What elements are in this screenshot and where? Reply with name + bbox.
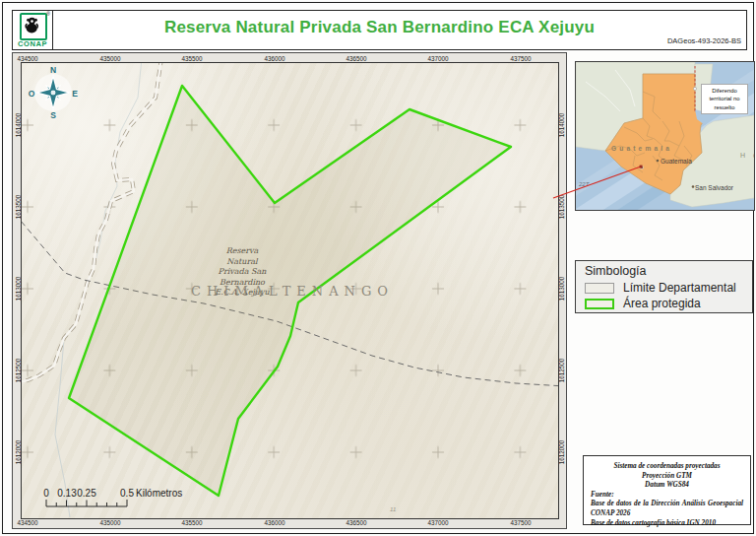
capital-label: Guatemala — [661, 158, 692, 165]
x-tick-bottom: 437500 — [501, 519, 540, 526]
legend-item-limite-departamental: Límite Departamental — [585, 281, 736, 295]
honduras-partial-label: H o — [740, 152, 754, 159]
legend-item-area-protegida: Área protegida — [585, 297, 701, 310]
x-tick-top: 435500 — [172, 55, 212, 62]
legend: Simbología Límite Departamental Área pro… — [575, 260, 753, 313]
reserve-location-dot — [640, 166, 643, 168]
conap-logo-icon: ® — [20, 13, 47, 40]
department-label: CHIMALTENANGO — [150, 284, 435, 299]
compass-north-label: N — [50, 65, 56, 75]
x-tick-top: 435000 — [91, 55, 130, 62]
border-marker — [693, 87, 696, 90]
x-tick-top: 437000 — [418, 55, 458, 62]
x-tick-top: 437500 — [501, 55, 540, 62]
fuente-label: Fuente: — [591, 491, 743, 501]
scalebar-tick-label: 0.25 — [77, 488, 95, 499]
area-label-line: Reserva — [183, 246, 301, 257]
x-tick-bottom: 437000 — [418, 519, 458, 526]
limite-departamental-swatch — [585, 283, 614, 294]
compass-west-label: O — [29, 89, 35, 99]
road-number-label: 11 — [390, 506, 396, 512]
x-tick-bottom: 434500 — [8, 519, 47, 526]
x-tick-bottom: 435500 — [172, 519, 212, 526]
x-tick-top: 436500 — [337, 55, 376, 62]
area-label-line: Natural — [183, 257, 301, 268]
compass-east-label: E — [72, 89, 78, 99]
y-tick-left: 1614000 — [14, 113, 21, 138]
projection-system-line: Sistema de coordenadas proyectadas — [591, 462, 743, 472]
area-protegida-swatch — [585, 299, 614, 309]
scalebar-unit-label: Kilómetros — [136, 488, 182, 499]
y-tick-left: 1613000 — [14, 277, 21, 302]
map-document-page: ® CONAP Reserva Natural Privada San Bern… — [0, 0, 756, 536]
territorial-note: Diferendo territorial no resuelto — [701, 84, 748, 114]
area-label-line: Privada San — [183, 267, 301, 278]
inset-map: Guatemala Guatemala San Salvador H o 22T… — [575, 61, 755, 211]
y-tick-left: 1612500 — [14, 359, 21, 383]
source-line-1: Base de datos de la Dirección Análisis G… — [591, 500, 743, 518]
monkey-glyph-icon — [23, 16, 41, 34]
scalebar-tick-label: 0.5 — [120, 488, 134, 499]
legend-item-label: Área protegida — [623, 297, 701, 310]
projection-line: Proyección GTM — [591, 472, 743, 482]
capital-dot — [657, 160, 660, 163]
conap-logo: ® CONAP — [13, 11, 53, 49]
datum-line: Datum WGS84 — [591, 481, 743, 491]
main-map: N E S O Reserva Natural Privada San Bern… — [21, 62, 559, 519]
credits-box: Sistema de coordenadas proyectadas Proye… — [583, 455, 751, 525]
compass-center — [50, 90, 56, 96]
x-tick-bottom: 436500 — [337, 519, 376, 526]
conap-logo-text: CONAP — [13, 39, 52, 48]
san-salvador-label: San Salvador — [695, 184, 734, 191]
scalebar-tick-label: 0 — [43, 488, 49, 499]
doc-code: DAGeos-493-2026-BS — [667, 36, 741, 45]
x-tick-top: 436000 — [255, 55, 294, 62]
country-label: Guatemala — [611, 145, 672, 152]
compass-south-label: S — [50, 110, 56, 120]
legend-title: Simbología — [585, 264, 647, 278]
y-tick-left: 1612000 — [14, 440, 21, 465]
map-frame: 434500 435000 435500 436000 436500 43700… — [12, 52, 567, 529]
header-bar: ® CONAP Reserva Natural Privada San Bern… — [12, 10, 747, 50]
x-tick-bottom: 436000 — [255, 519, 294, 526]
x-tick-top: 434500 — [8, 55, 47, 62]
y-tick-left: 1613500 — [14, 195, 21, 220]
source-line-2: Base de datos cartografía básica IGN 201… — [591, 519, 743, 529]
legend-item-label: Límite Departamental — [623, 281, 736, 295]
x-tick-bottom: 435000 — [91, 519, 130, 526]
registered-mark: ® — [46, 11, 50, 17]
scalebar-tick-label: 0.13 — [57, 488, 76, 499]
utm-zone-label: 22T — [578, 181, 591, 187]
page-title: Reserva Natural Privada San Bernardino E… — [52, 18, 707, 37]
san-salvador-dot — [692, 185, 695, 188]
